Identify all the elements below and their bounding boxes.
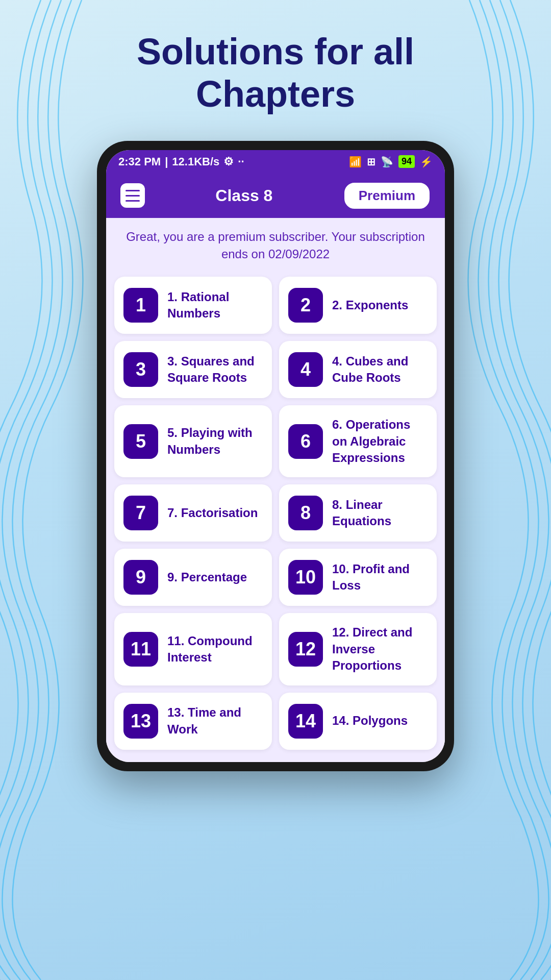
chapter-number: 14 — [288, 704, 323, 739]
header-title: Class 8 — [215, 186, 272, 205]
chapter-label: 10. Profit and Loss — [332, 561, 428, 594]
chapter-number: 12 — [288, 632, 323, 667]
chapter-label: 3. Squares and Square Roots — [167, 353, 263, 386]
chapter-label: 1. Rational Numbers — [167, 289, 263, 322]
chapter-number: 7 — [123, 496, 158, 530]
bolt-icon: ⚡ — [420, 156, 433, 168]
chapter-label: 14. Polygons — [332, 713, 408, 729]
wave-right-decoration — [459, 0, 551, 980]
wifi-icon: 📶 — [349, 156, 362, 168]
network-icon: ⊞ — [367, 156, 375, 168]
status-time: 2:32 PM — [118, 155, 161, 168]
more-icon: ·· — [238, 155, 244, 168]
chapter-label: 11. Compound Interest — [167, 633, 263, 666]
chapter-number: 9 — [123, 560, 158, 595]
subscription-notice: Great, you are a premium subscriber. You… — [106, 218, 445, 272]
status-speed: | — [165, 155, 168, 168]
chapter-card[interactable]: 88. Linear Equations — [279, 484, 437, 542]
chapter-label: 6. Operations on Algebraic Expressions — [332, 416, 428, 466]
premium-button[interactable]: Premium — [343, 182, 431, 210]
status-data-speed: 12.1KB/s — [172, 155, 219, 168]
status-bar: 2:32 PM | 12.1KB/s ⚙ ·· 📶 ⊞ 📡 94 ⚡ — [106, 150, 445, 174]
chapter-number: 4 — [288, 352, 323, 387]
chapter-label: 12. Direct and Inverse Proportions — [332, 624, 428, 674]
wave-left-decoration — [0, 0, 92, 980]
chapter-card[interactable]: 1212. Direct and Inverse Proportions — [279, 613, 437, 685]
chapter-label: 7. Factorisation — [167, 505, 258, 521]
chapter-card[interactable]: 77. Factorisation — [114, 484, 272, 542]
chapter-card[interactable]: 1414. Polygons — [279, 693, 437, 750]
gear-icon: ⚙ — [223, 155, 234, 168]
chapter-number: 6 — [288, 424, 323, 459]
page-title: Solutions for all Chapters — [0, 0, 551, 141]
chapter-card[interactable]: 33. Squares and Square Roots — [114, 341, 272, 398]
chapter-label: 4. Cubes and Cube Roots — [332, 353, 428, 386]
chapter-label: 13. Time and Work — [167, 704, 263, 738]
chapter-label: 5. Playing with Numbers — [167, 425, 263, 458]
chapter-card[interactable]: 1010. Profit and Loss — [279, 549, 437, 606]
chapter-card[interactable]: 55. Playing with Numbers — [114, 405, 272, 477]
chapter-label: 2. Exponents — [332, 297, 408, 313]
chapter-card[interactable]: 1313. Time and Work — [114, 693, 272, 750]
chapter-card[interactable]: 66. Operations on Algebraic Expressions — [279, 405, 437, 477]
chapters-grid: 11. Rational Numbers22. Exponents33. Squ… — [114, 277, 437, 749]
phone-mockup: 2:32 PM | 12.1KB/s ⚙ ·· 📶 ⊞ 📡 94 ⚡ Class… — [97, 141, 454, 771]
signal-icon: 📡 — [381, 156, 393, 168]
chapter-number: 1 — [123, 288, 158, 323]
chapter-card[interactable]: 1111. Compound Interest — [114, 613, 272, 685]
menu-button[interactable] — [120, 183, 145, 208]
chapter-card[interactable]: 11. Rational Numbers — [114, 277, 272, 334]
chapter-card[interactable]: 22. Exponents — [279, 277, 437, 334]
chapter-label: 8. Linear Equations — [332, 497, 428, 530]
chapter-number: 10 — [288, 560, 323, 595]
chapter-card[interactable]: 99. Percentage — [114, 549, 272, 606]
app-header: Class 8 Premium — [106, 174, 445, 218]
chapter-number: 5 — [123, 424, 158, 459]
chapter-number: 11 — [123, 632, 158, 667]
chapter-number: 3 — [123, 352, 158, 387]
chapter-number: 13 — [123, 704, 158, 739]
chapters-container: 11. Rational Numbers22. Exponents33. Squ… — [106, 272, 445, 762]
battery-indicator: 94 — [398, 155, 415, 168]
chapter-number: 8 — [288, 496, 323, 530]
chapter-number: 2 — [288, 288, 323, 323]
chapter-label: 9. Percentage — [167, 569, 247, 585]
chapter-card[interactable]: 44. Cubes and Cube Roots — [279, 341, 437, 398]
